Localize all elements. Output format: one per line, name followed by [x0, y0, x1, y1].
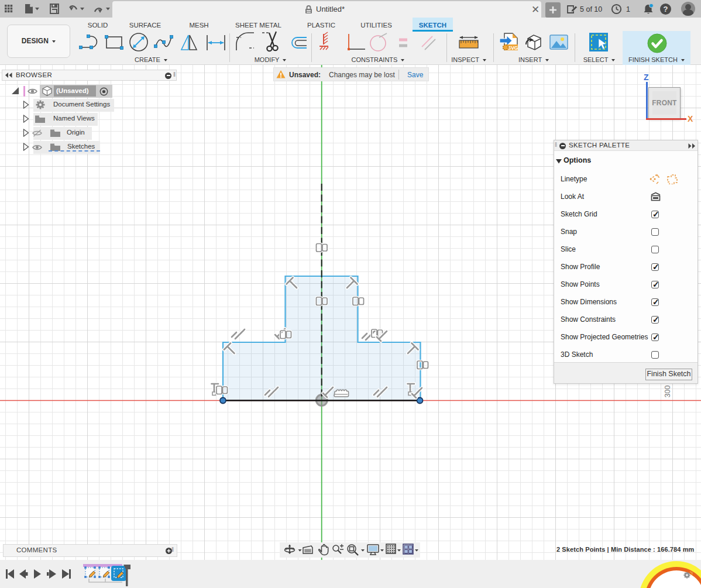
svg-text:SVG: SVG [508, 45, 518, 51]
svg-text:300: 300 [664, 386, 672, 398]
